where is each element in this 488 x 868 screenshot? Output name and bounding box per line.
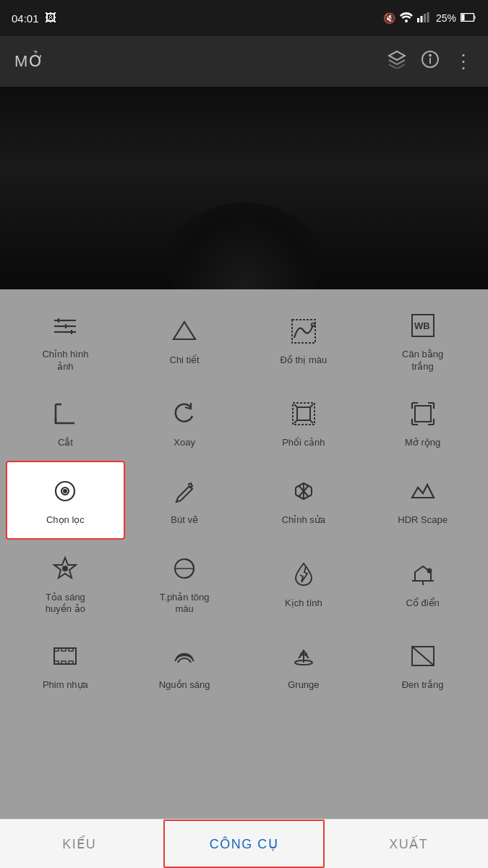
tool-but-ve[interactable]: Bút vẽ bbox=[125, 461, 244, 540]
tool-nguon-sang-label: Nguồn sáng bbox=[159, 679, 210, 692]
tool-phim-nhua[interactable]: Phim nhựa bbox=[6, 627, 125, 703]
tool-tphan-tong-mau-label: T.phản tôngmàu bbox=[160, 592, 210, 616]
svg-point-33 bbox=[427, 569, 431, 573]
tool-nguon-sang[interactable]: Nguồn sáng bbox=[125, 627, 244, 703]
svg-point-0 bbox=[405, 20, 408, 22]
tool-can-bang-trang-label: Cân bằngtrắng bbox=[402, 349, 443, 373]
svg-rect-3 bbox=[424, 14, 426, 22]
svg-rect-1 bbox=[417, 18, 419, 22]
nav-cong-cu[interactable]: CÔNG CỤ bbox=[163, 820, 325, 868]
tool-chinh-sua[interactable]: Chỉnh sửa bbox=[244, 461, 364, 540]
tool-xoay-label: Xoay bbox=[174, 437, 195, 449]
tool-but-ve-label: Bút vẽ bbox=[171, 514, 198, 527]
tool-do-thi-mau-label: Đồ thị màu bbox=[281, 354, 328, 367]
tool-xoay[interactable]: Xoay bbox=[125, 385, 244, 461]
more-icon[interactable]: ⋮ bbox=[454, 51, 474, 73]
tool-grunge[interactable]: Grunge bbox=[244, 627, 364, 703]
tool-phoi-canh-label: Phối cảnh bbox=[282, 437, 325, 449]
status-bar: 04:01 🖼 🔇 25% bbox=[0, 0, 488, 36]
page-title: MỞ bbox=[14, 52, 45, 71]
svg-point-29 bbox=[63, 566, 67, 571]
svg-rect-40 bbox=[69, 661, 73, 664]
svg-rect-4 bbox=[427, 12, 429, 22]
battery-icon bbox=[461, 12, 476, 24]
svg-rect-39 bbox=[61, 661, 66, 664]
tool-cat[interactable]: Cắt bbox=[6, 385, 125, 461]
tool-chinh-hinh-label: Chỉnh hìnhảnh bbox=[42, 349, 88, 373]
tool-den-trang[interactable]: Đen trắng bbox=[363, 627, 482, 703]
svg-point-9 bbox=[429, 55, 431, 56]
signal-icon bbox=[417, 12, 432, 25]
photo-icon: 🖼 bbox=[45, 12, 56, 25]
tool-chon-loc-label: Chọn lọc bbox=[46, 514, 85, 527]
tool-can-bang-trang[interactable]: WB Cân bằngtrắng bbox=[363, 297, 482, 385]
tool-den-trang-label: Đen trắng bbox=[402, 679, 444, 692]
tool-hdr-scape[interactable]: HDR Scape bbox=[363, 461, 482, 540]
svg-rect-2 bbox=[420, 16, 422, 22]
tools-area: Chỉnh hìnhảnh Chi tiết bbox=[0, 289, 488, 868]
tool-kich-tinh[interactable]: Kịch tính bbox=[244, 540, 364, 628]
svg-marker-16 bbox=[174, 322, 195, 339]
tool-hdr-scape-label: HDR Scape bbox=[398, 514, 448, 527]
svg-point-25 bbox=[64, 490, 67, 493]
tool-co-dien-label: Cổ điển bbox=[406, 597, 439, 610]
tool-grunge-label: Grunge bbox=[288, 679, 319, 692]
tool-mo-rong[interactable]: Mở rộng bbox=[363, 385, 482, 461]
top-bar: MỞ ⋮ bbox=[0, 36, 488, 87]
svg-text:WB: WB bbox=[414, 320, 430, 331]
svg-rect-6 bbox=[462, 14, 465, 21]
nav-xuat[interactable]: XUẤT bbox=[329, 820, 488, 868]
layers-icon[interactable] bbox=[388, 50, 406, 73]
tool-kich-tinh-label: Kịch tính bbox=[285, 597, 322, 610]
image-preview bbox=[0, 87, 488, 289]
tool-chi-tiet[interactable]: Chi tiết bbox=[125, 297, 244, 385]
tool-chinh-sua-label: Chỉnh sửa bbox=[282, 514, 325, 527]
tool-chi-tiet-label: Chi tiết bbox=[170, 354, 200, 367]
svg-rect-22 bbox=[415, 406, 431, 422]
tool-do-thi-mau[interactable]: Đồ thị màu bbox=[244, 297, 364, 385]
nav-kieu[interactable]: KIỂU bbox=[0, 820, 159, 868]
tool-mo-rong-label: Mở rộng bbox=[405, 437, 440, 449]
tools-grid: Chỉnh hìnhảnh Chi tiết bbox=[0, 297, 488, 703]
tool-chinh-hinh[interactable]: Chỉnh hìnhảnh bbox=[6, 297, 125, 385]
tool-phoi-canh[interactable]: Phối cảnh bbox=[244, 385, 364, 461]
wifi-icon bbox=[400, 12, 413, 25]
svg-rect-37 bbox=[69, 648, 73, 651]
svg-rect-36 bbox=[61, 648, 66, 651]
info-icon[interactable] bbox=[421, 50, 440, 73]
tool-toa-sang[interactable]: Tỏa sánghuyền ảo bbox=[6, 540, 125, 628]
tool-co-dien[interactable]: Cổ điển bbox=[363, 540, 482, 628]
mute-icon: 🔇 bbox=[383, 12, 395, 24]
bottom-nav: KIỂU CÔNG CỤ XUẤT bbox=[0, 819, 488, 868]
tool-cat-label: Cắt bbox=[58, 437, 73, 449]
tool-chon-loc[interactable]: Chọn lọc bbox=[6, 461, 125, 540]
tool-toa-sang-label: Tỏa sánghuyền ảo bbox=[46, 592, 85, 616]
time-display: 04:01 bbox=[12, 12, 39, 25]
tool-phim-nhua-label: Phim nhựa bbox=[43, 679, 88, 692]
tool-tphan-tong-mau[interactable]: T.phản tôngmàu bbox=[125, 540, 244, 628]
battery-display: 25% bbox=[436, 12, 456, 24]
